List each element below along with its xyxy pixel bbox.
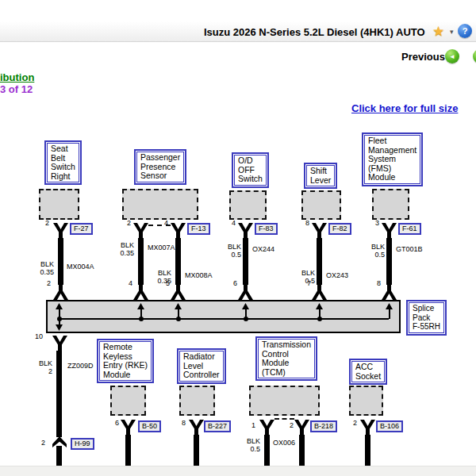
pin-label: 2 [47, 280, 51, 287]
wire-gauge: 0.5 [291, 277, 315, 285]
connector-box-f27 [39, 189, 79, 220]
circuit-label: MX008A [185, 271, 213, 279]
wire-spec: BLK 0.35 [110, 241, 134, 257]
component-box-fms-module: Fleet Management System (FMS) Module [362, 132, 423, 186]
pin-label: 7 [307, 280, 311, 287]
pin-label: 1 [251, 422, 255, 429]
splice-pack-label: Splice Pack F-55RH [406, 300, 447, 336]
pin-label: 2 [127, 220, 131, 227]
junction-dot [176, 317, 181, 321]
previous-button-icon[interactable]: ◄ [445, 49, 459, 63]
junction-dot [244, 317, 248, 321]
distribution-link[interactable]: ibution [0, 71, 34, 83]
bottom-bar [0, 466, 476, 476]
circuit-label: GT001B [396, 245, 423, 253]
pin-label: 8 [377, 280, 381, 287]
wire [299, 435, 305, 466]
connector-box-b218 [249, 386, 320, 416]
next-button-icon-clipped[interactable]: ◄ [473, 49, 476, 63]
connector-id-label: F-82 [328, 223, 351, 235]
wire-fork [133, 223, 148, 238]
wire-color: BLK [291, 269, 315, 277]
wire [58, 238, 63, 285]
wire-gauge: 0.35 [30, 268, 54, 276]
wire-fork [171, 285, 186, 300]
wire-fork [189, 420, 204, 435]
circuit-label: MX007A [148, 244, 175, 251]
pin-label: 6 [233, 280, 237, 287]
wire-color: BLK [148, 269, 171, 277]
wire-fork [238, 285, 253, 300]
pin-label: 8 [182, 420, 186, 427]
wire-spec: BLK 0.5 [291, 269, 315, 285]
component-box-tcm: Transmission Control Module (TCM) [255, 336, 317, 381]
splice-bus-line [60, 318, 389, 320]
component-box-shift-lever: Shift Lever [304, 163, 337, 189]
connector-id-label: F-61 [398, 223, 421, 235]
wire-color: BLK [30, 260, 54, 268]
wire [56, 446, 62, 466]
wire-fork [133, 285, 148, 300]
wire [175, 238, 181, 285]
splice-arrow-up [386, 303, 393, 319]
junction-dot [317, 317, 322, 321]
pin-label: 2 [41, 440, 45, 447]
connector-id-label: F-83 [255, 223, 278, 235]
connector-id-label: B-106 [376, 420, 403, 432]
favorite-caret-icon[interactable]: ▾ [450, 28, 454, 36]
wire-spec: BLK 0.5 [238, 437, 260, 453]
wire [386, 238, 392, 285]
connector-bridge-dash [274, 418, 294, 420]
wire [194, 435, 199, 466]
page-title: Isuzu 2026 N-Series 5.2L Diesel (4HK1) A… [204, 26, 425, 38]
wire [317, 238, 322, 285]
wire [138, 238, 144, 285]
junction-dot [57, 317, 62, 321]
component-box-rke-module: Remote Keyless Entry (RKE) Module [97, 339, 154, 383]
wire-color: BLK [361, 243, 385, 251]
wire [243, 238, 248, 285]
full-size-link[interactable]: Click here for full size [351, 102, 458, 114]
component-box-radiator-level-controller: Radiator Level Controller [177, 348, 226, 384]
page-indicator: 3 of 12 [0, 83, 33, 95]
connector-id-label: B-227 [204, 420, 231, 432]
wire [264, 435, 270, 466]
wire-fork [294, 420, 309, 435]
wire-spec: BLK 0.35 [30, 260, 54, 276]
connector-box-b106 [349, 386, 383, 416]
pin-label: 8 [305, 220, 309, 227]
wire-fork [259, 420, 274, 435]
previous-label[interactable]: Previous [401, 51, 445, 63]
circuit-label: ZZ009D [67, 362, 94, 370]
pin-label: 5 [166, 280, 170, 287]
component-box-acc-socket: ACC Socket [349, 359, 387, 385]
connector-box-f83 [229, 190, 267, 220]
help-icon[interactable]: ? [458, 24, 472, 38]
favorite-star-icon[interactable]: ★ [432, 23, 444, 40]
wire-fork [53, 285, 68, 300]
wire-color: BLK [217, 243, 241, 251]
wire-gauge: 0.5 [361, 251, 385, 259]
wire-color: BLK [29, 359, 52, 367]
connector-box-b227 [179, 386, 215, 416]
pin-label: 6 [115, 420, 119, 427]
wire-gauge: 2 [29, 367, 52, 375]
connector-box-f13 [122, 189, 198, 220]
wire-color: BLK [238, 437, 260, 445]
wire-fork [382, 285, 397, 300]
wire-fork [360, 420, 375, 435]
wire-fork [312, 223, 327, 238]
pin-label: 2 [353, 420, 357, 427]
wire [365, 435, 370, 466]
pin-label: 2 [290, 422, 294, 429]
wire-fork [121, 420, 136, 435]
wire-gauge: 0.5 [238, 445, 260, 453]
connector-box-f61 [372, 189, 409, 220]
wire-fork [53, 223, 68, 238]
wire-fork [52, 336, 67, 351]
circuit-label: OX244 [252, 245, 274, 253]
connector-id-label: B-50 [138, 420, 161, 432]
connector-box-f82 [301, 190, 341, 220]
wire-gauge: 0.5 [217, 251, 241, 259]
connector-id-label: B-218 [310, 420, 337, 432]
